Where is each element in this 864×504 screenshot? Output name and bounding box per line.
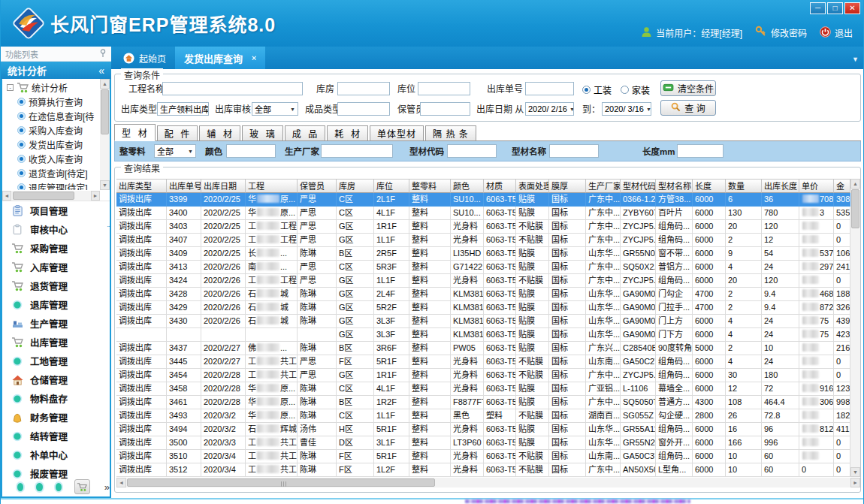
tab-close-icon[interactable]: × [252,53,256,62]
column-header[interactable]: 生产厂家 [586,179,621,193]
material-tab-2[interactable]: 配 件 [157,125,198,140]
column-header[interactable]: 保管员 [298,179,337,193]
pin-icon[interactable] [99,49,107,59]
date-from-picker[interactable]: 2020/ 2/16▼ [525,102,574,116]
table-row[interactable]: 调拨出库34612020/2/28华原...陈琳B区1R2F整料F8877FT6… [116,396,860,409]
sidebar-item-物料盘存[interactable]: 物料盘存 [2,389,110,408]
module-dot-icon[interactable] [17,483,23,491]
tree-root[interactable]: -统计分析 [2,80,100,95]
sidebar-item-补单中心[interactable]: 补单中心 [2,445,110,464]
sidebar-item-出库管理[interactable]: 出库管理 [2,333,110,352]
whole-piece-select[interactable]: 全部▼ [154,144,196,158]
gongzhuang-radio[interactable] [582,86,591,94]
close-button[interactable]: ✕ [844,2,860,14]
column-header[interactable]: 型材名称 [656,179,693,193]
scroll-up-icon[interactable]: ▲ [100,79,110,89]
tab-list-caret-icon[interactable]: ▼ [852,56,859,63]
material-tab-4[interactable]: 玻 璃 [242,125,283,140]
more-modules-button[interactable]: » [104,481,110,493]
location-input[interactable] [418,82,470,95]
material-tab-3[interactable]: 辅 材 [199,125,240,140]
column-header[interactable]: 数量 [726,179,762,193]
scroll-up-icon[interactable]: ▲ [850,179,860,189]
sidebar-section-header[interactable]: 统计分析 « [1,62,111,79]
scroll-right-icon[interactable]: ► [91,191,100,201]
table-row[interactable]: 调拨出库34132020/2/26南...严思C区5R3F整料G71422606… [116,261,860,274]
column-header[interactable]: 工程 [246,179,298,193]
column-header[interactable]: 出库日期 [201,179,246,193]
column-header[interactable]: 库房 [337,179,374,193]
jiazhuang-radio[interactable] [621,86,629,94]
audit-select[interactable]: 全部▼ [252,102,298,116]
column-header[interactable]: 整零料 [409,179,451,193]
name-input[interactable] [549,144,599,158]
tab-起始页[interactable]: 起始页 [114,47,175,69]
material-tab-8[interactable]: 隔 热 条 [425,125,476,140]
sidebar-item-退货管理[interactable]: 退货管理 [2,276,110,295]
column-header[interactable]: 型材代码 [621,179,656,193]
table-row[interactable]: 调拨出库34242020/2/26工工程严思G区1L1F整料光身料6063-T5… [116,274,860,288]
column-header[interactable]: 表面处理 [516,179,549,193]
module-dot-icon[interactable] [56,483,62,491]
table-row[interactable]: 调拨出库35002020/3/3工共工程曹佳D区3L1F整料LT3P606063… [116,436,860,450]
column-header[interactable]: 出库类型 [116,179,167,193]
material-tab-7[interactable]: 单体型材 [370,125,424,140]
column-header[interactable]: 材质 [484,179,516,193]
scroll-down-icon[interactable]: ▼ [850,467,860,477]
table-row[interactable]: 调拨出库34452020/2/27工共工程严思F区5R1F整料光身料6063-T… [116,355,860,369]
sidebar-item-入库管理[interactable]: 入库管理 [2,258,110,276]
material-tab-1[interactable]: 型 材 [114,124,156,141]
date-to-picker[interactable]: 2020/ 3/16▼ [602,102,651,116]
table-row[interactable]: 调拨出库34072020/2/25工工程严思G区1L1F整料光身料6063-T5… [116,234,860,247]
column-header[interactable]: 出库长度 [762,179,799,193]
table-row[interactable]: 调拨出库34372020/2/27佛...陈琳B区3R6F整料PW056063-… [116,342,860,355]
table-row[interactable]: 调拨出库33992020/2/25华原...严思C区2L1F整料SU10...6… [116,193,860,207]
maximize-button[interactable]: □ [827,2,843,14]
table-row[interactable]: 调拨出库34542020/2/28工共工程严思G区1R1F整料光身料6063-T… [116,369,860,382]
collapse-icon[interactable]: « [98,65,104,77]
sidebar-item-结转管理[interactable]: 结转管理 [2,427,110,445]
column-header[interactable]: 长度 [693,179,726,193]
tree-expander-icon[interactable]: - [7,84,14,91]
tree-item[interactable]: 发货出库查询 [2,137,100,152]
tree-horizontal-scrollbar[interactable]: ◄ ► [2,191,100,201]
table-row[interactable]: 调拨出库34282020/2/26石城陈琳G区2L4F整料KLM38176063… [116,288,860,301]
sidebar-item-项目管理[interactable]: 项目管理 [2,201,110,220]
warehouse-input[interactable] [337,82,390,95]
search-button[interactable]: 查 询 [660,100,716,116]
column-header[interactable]: 库位 [374,179,409,193]
table-row[interactable]: 调拨出库34032020/2/25工工程严思G区1R1F整料光身料6063-T5… [116,220,860,234]
table-row[interactable]: 调拨出库34092020/2/25长...陈琳B区2R5F整料LI35HD606… [116,247,860,261]
project-name-input[interactable] [162,82,303,95]
sidebar-item-审核中心[interactable]: 审核中心 [2,220,110,239]
color-input[interactable] [226,144,276,158]
column-header[interactable]: 膜厚 [549,179,586,193]
tab-发货出库查询[interactable]: 发货出库查询× [175,47,265,69]
sidebar-item-工地管理[interactable]: 工地管理 [2,352,110,370]
keeper-input[interactable] [420,102,470,116]
sidebar-item-财务管理[interactable]: 财务管理 [2,408,110,427]
tree-vertical-scrollbar[interactable]: ▲ ▼ [100,79,110,190]
minimize-button[interactable]: ─ [810,2,826,14]
column-header[interactable]: 出库单号 [167,179,201,193]
length-input[interactable] [677,144,724,158]
table-row[interactable]: 调拨出库34002020/2/25华原...严思C区4L1F整料SU10...6… [116,207,860,220]
tree-item[interactable]: 退库管理[待定] [2,180,100,190]
sidebar-item-仓储管理[interactable]: 仓储管理 [2,370,110,389]
table-vertical-scrollbar[interactable]: ▲ ▼ [850,179,860,477]
table-row[interactable]: 调拨出库34292020/2/26石城陈琳G区5R2F整料KLM38176063… [116,301,860,315]
maker-input[interactable] [321,144,393,158]
tree-item[interactable]: 退货查询[待定] [2,166,100,180]
column-header[interactable]: 金 [834,179,850,193]
tree-item[interactable]: 收货入库查询 [2,152,100,166]
logout-button[interactable]: 退出 [820,26,853,40]
table-row[interactable]: 调拨出库34932020/3/2华原...陈琳C区1L1F整料黑色塑料不贴膜国标… [116,409,860,423]
code-input[interactable] [447,144,497,158]
table-row[interactable]: 调拨出库34582020/2/28华原...陈琳C区4L1F整料光身料6063-… [116,382,860,396]
scroll-down-icon[interactable]: ▼ [100,180,110,190]
table-row[interactable]: 调拨出库34302020/2/26石城陈琳G区3L3F整料KLM38176063… [116,315,860,328]
tree-item[interactable]: 预算执行查询 [2,95,100,109]
table-row[interactable]: 调拨出库35102020/3/4工共工程陈琳F区5R1F整料光身料6063-T5… [116,450,860,463]
column-header[interactable]: 单价 [799,179,834,193]
material-tab-5[interactable]: 成 品 [285,125,326,140]
